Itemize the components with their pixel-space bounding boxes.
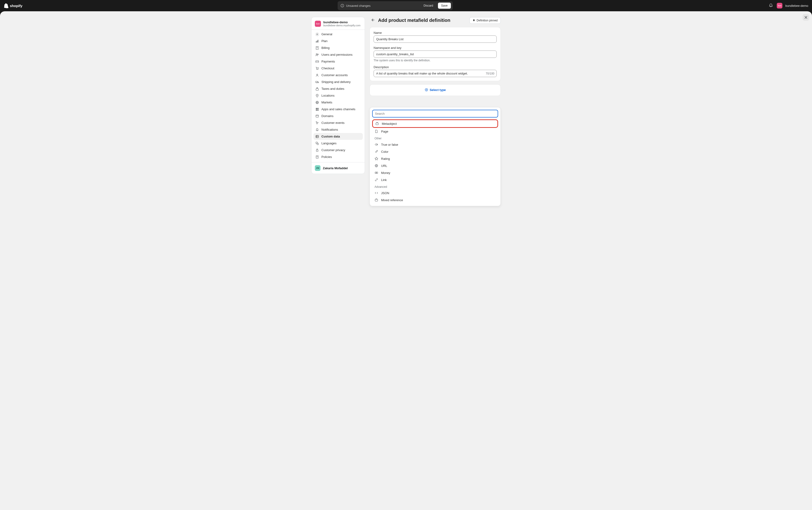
- svg-rect-50: [375, 199, 378, 201]
- char-counter: 70/100: [486, 72, 494, 75]
- name-label: Name: [374, 31, 497, 34]
- sidebar-item-privacy[interactable]: Customer privacy: [313, 147, 363, 153]
- sidebar-item-customer-accounts[interactable]: Customer accounts: [313, 72, 363, 79]
- browser-icon: [315, 114, 319, 118]
- option-page[interactable]: Page: [372, 128, 498, 135]
- eyedropper-icon: [375, 150, 378, 153]
- sidebar-item-customer-events[interactable]: Customer events: [313, 119, 363, 126]
- sidebar-item-markets[interactable]: Markets: [313, 99, 363, 106]
- pin-icon: [315, 94, 319, 97]
- sidebar-store-name: bundlebee-demo: [323, 21, 360, 24]
- svg-rect-28: [316, 109, 317, 110]
- option-true-false[interactable]: True or false: [372, 141, 498, 148]
- namespace-hint: The system uses this to identify the def…: [374, 59, 497, 62]
- lock-icon: [315, 148, 319, 152]
- select-type-button[interactable]: Select type: [425, 88, 446, 92]
- sidebar: bun bundlebee-demo bundlebee-demo.myshop…: [311, 17, 365, 174]
- svg-rect-26: [316, 108, 317, 109]
- close-icon: [804, 16, 808, 19]
- pin-icon: [472, 19, 475, 22]
- brand-logo: shopify: [4, 3, 22, 8]
- svg-point-13: [317, 54, 318, 55]
- sidebar-user[interactable]: ZM Zakaria Mofaddel: [312, 162, 365, 174]
- select-type-card: Select type: [370, 84, 501, 96]
- svg-point-12: [316, 54, 317, 55]
- plus-circle-icon: [425, 88, 428, 92]
- sidebar-item-custom-data[interactable]: Custom data: [313, 133, 363, 140]
- svg-point-22: [317, 95, 317, 95]
- language-icon: [315, 141, 319, 145]
- name-field: Name: [374, 31, 497, 43]
- sidebar-item-languages[interactable]: Languages: [313, 140, 363, 147]
- svg-rect-19: [316, 81, 317, 83]
- money-bag-icon: [315, 87, 319, 91]
- sidebar-item-shipping[interactable]: Shipping and delivery: [313, 79, 363, 85]
- shopify-bag-icon: [4, 3, 8, 8]
- sidebar-item-users[interactable]: Users and permissions: [313, 51, 363, 58]
- link-icon: [375, 178, 378, 182]
- svg-rect-27: [317, 108, 319, 109]
- back-button[interactable]: [370, 17, 376, 24]
- namespace-input[interactable]: [374, 51, 497, 58]
- avatar[interactable]: bun: [777, 3, 782, 8]
- sidebar-item-general[interactable]: General: [313, 31, 363, 37]
- arrow-left-icon: [371, 18, 375, 22]
- page-icon: [375, 130, 378, 133]
- notifications-button[interactable]: [768, 2, 774, 9]
- document-icon: [315, 155, 319, 159]
- discard-button[interactable]: Discard: [421, 3, 436, 9]
- user-name: Zakaria Mofaddel: [323, 166, 348, 170]
- group-other: Other: [372, 135, 498, 141]
- user-avatar: ZM: [315, 165, 320, 171]
- option-color[interactable]: Color: [372, 148, 498, 155]
- option-link[interactable]: Link: [372, 176, 498, 183]
- name-input[interactable]: [374, 35, 497, 43]
- sidebar-item-payments[interactable]: Payments: [313, 58, 363, 65]
- svg-rect-7: [317, 40, 317, 42]
- metaobject-icon: [375, 122, 379, 125]
- receipt-icon: [315, 46, 319, 50]
- definition-pinned-button[interactable]: Definition pinned: [469, 17, 501, 24]
- sidebar-store-info[interactable]: bun bundlebee-demo bundlebee-demo.myshop…: [312, 17, 365, 30]
- sidebar-item-taxes[interactable]: Taxes and duties: [313, 85, 363, 92]
- sidebar-item-apps[interactable]: Apps and sales channels: [313, 106, 363, 113]
- svg-point-20: [316, 83, 317, 83]
- description-input[interactable]: [374, 70, 497, 77]
- main-content: Add product metafield definition Definit…: [370, 17, 501, 96]
- option-json[interactable]: JSON: [372, 190, 498, 197]
- save-button[interactable]: Save: [438, 3, 451, 9]
- sidebar-item-notifications[interactable]: Notifications: [313, 126, 363, 133]
- svg-point-49: [376, 172, 377, 173]
- svg-rect-37: [316, 150, 318, 151]
- toggle-icon: [375, 143, 378, 146]
- svg-rect-48: [375, 172, 378, 173]
- option-url[interactable]: URL: [372, 162, 498, 169]
- credit-card-icon: [315, 60, 319, 63]
- sidebar-item-policies[interactable]: Policies: [313, 153, 363, 160]
- star-icon: [375, 157, 378, 161]
- svg-rect-14: [316, 61, 319, 62]
- layout: bun bundlebee-demo bundlebee-demo.myshop…: [279, 17, 533, 174]
- sidebar-item-domains[interactable]: Domains: [313, 113, 363, 119]
- page-title: Add product metafield definition: [378, 18, 451, 23]
- option-mixed-reference[interactable]: Mixed reference: [372, 197, 498, 203]
- option-metaobject[interactable]: Metaobject: [372, 119, 498, 128]
- option-rating[interactable]: Rating: [372, 155, 498, 162]
- sidebar-item-billing[interactable]: Billing: [313, 45, 363, 51]
- sidebar-item-locations[interactable]: Locations: [313, 92, 363, 99]
- sidebar-item-plan[interactable]: Plan: [313, 37, 363, 45]
- namespace-label: Namespace and key: [374, 46, 497, 50]
- svg-rect-30: [316, 115, 318, 117]
- close-button[interactable]: [803, 14, 809, 21]
- svg-point-5: [317, 34, 318, 35]
- store-name[interactable]: bundlebee-demo: [785, 4, 808, 7]
- svg-rect-8: [318, 40, 318, 42]
- topbar: shopify Unsaved changes Discard Save bun…: [0, 0, 812, 11]
- svg-point-17: [318, 69, 318, 69]
- option-money[interactable]: Money: [372, 169, 498, 176]
- page-header: Add product metafield definition Definit…: [370, 17, 501, 24]
- info-icon: [341, 4, 344, 7]
- truck-icon: [315, 80, 319, 84]
- sidebar-item-checkout[interactable]: Checkout: [313, 65, 363, 72]
- type-search-input[interactable]: [372, 110, 498, 117]
